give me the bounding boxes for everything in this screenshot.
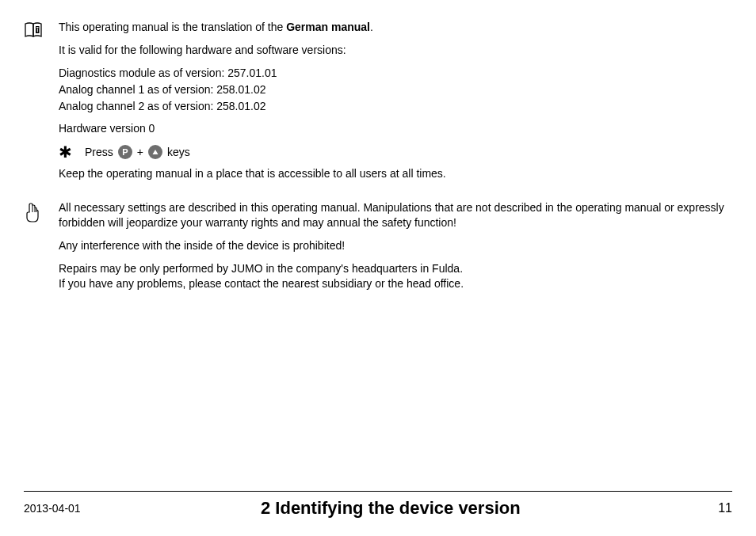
press-keys-line: ✱ Press P + keys [59,144,732,160]
hand-point-icon [24,200,59,224]
info-content: This operating manual is the translation… [59,20,732,189]
translation-note: This operating manual is the translation… [59,20,732,35]
keys-label: keys [167,145,190,160]
warning-content: All necessary settings are described in … [59,200,732,298]
info-section: This operating manual is the translation… [24,20,732,189]
svg-rect-1 [36,27,39,28]
svg-rect-2 [37,29,38,32]
repairs-line1: Repairs may be only performed by JUMO in… [59,261,732,276]
diag-version: Diagnostics module as of version: 257.01… [59,66,732,81]
footer-page-number: 11 [701,500,732,517]
text: This operating manual is the translation… [59,21,286,33]
validity-note: It is valid for the following hardware a… [59,43,732,58]
up-key-icon [148,145,162,159]
interference-warning: Any interference with the inside of the … [59,238,732,253]
analog2-version: Analog channel 2 as of version: 258.01.0… [59,99,732,114]
keep-manual-note: Keep the operating manual in a place tha… [59,166,732,181]
hardware-version: Hardware version 0 [59,121,732,136]
analog1-version: Analog channel 1 as of version: 258.01.0… [59,82,732,97]
press-label: Press [85,145,113,160]
page-body: This operating manual is the translation… [0,0,756,299]
plus-sign: + [137,145,143,160]
asterisk-icon: ✱ [59,144,72,160]
text: . [370,21,373,33]
footer-line: 2013-04-01 2 Identifying the device vers… [24,491,732,520]
warning-section: All necessary settings are described in … [24,200,732,298]
warranty-warning: All necessary settings are described in … [59,200,732,230]
book-info-icon [24,20,59,39]
repairs-note: Repairs may be only performed by JUMO in… [59,261,732,291]
p-key-icon: P [118,145,132,159]
footer-date: 2013-04-01 [24,501,81,516]
repairs-line2: If you have any problems, please contact… [59,276,732,291]
footer-title: 2 Identifying the device version [261,498,521,518]
page-footer: 2013-04-01 2 Identifying the device vers… [24,491,732,520]
german-manual-bold: German manual [286,21,370,33]
